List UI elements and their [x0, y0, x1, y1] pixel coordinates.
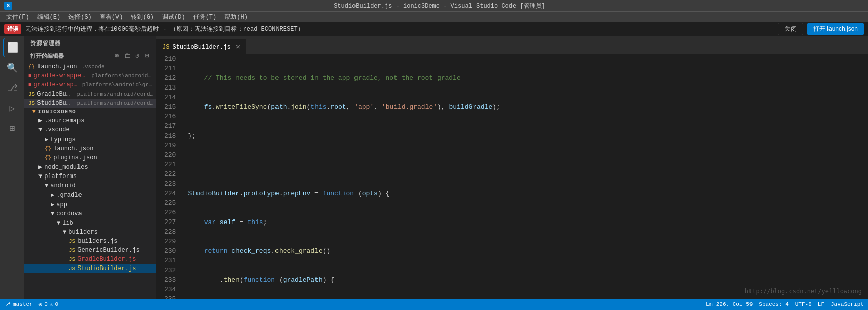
open-editors-title: 打开的编辑器 — [30, 51, 68, 61]
chevron-icon: ▼ — [38, 126, 42, 134]
main-layout: ⬜ 🔍 ⎇ ▷ ⊞ 资源管理器 打开的编辑器 ⊕ 🗀 ↺ ⊟ {} launch… — [0, 36, 868, 299]
menu-help[interactable]: 帮助(H) — [220, 12, 252, 22]
sidebar: 资源管理器 打开的编辑器 ⊕ 🗀 ↺ ⊟ {} launch.json .vsc… — [24, 36, 156, 299]
launch-json-file[interactable]: {} launch.json — [24, 144, 156, 153]
new-file-btn[interactable]: ⊕ — [112, 51, 122, 60]
platforms-folder[interactable]: ▼ platforms — [24, 172, 156, 181]
folder-name: app — [56, 201, 67, 208]
js-file-icon: JS — [28, 100, 35, 106]
status-right: Ln 226, Col 59 Spaces: 4 UTF-8 LF JavaSc… — [706, 301, 864, 307]
file-name: GenericBuilder.js — [77, 247, 139, 254]
code-line-215: var self = this; — [188, 217, 864, 227]
js-icon: JS — [69, 265, 75, 272]
line-col[interactable]: Ln 226, Col 59 — [706, 301, 753, 307]
open-launch-json-button[interactable]: 打开 launch.json — [807, 23, 864, 35]
open-file-name: gradle-wrapper.jar — [34, 81, 78, 88]
error-badge: 错误 — [4, 24, 21, 34]
code-line-214: StudioBuilder.prototype.prepEnv = functi… — [188, 189, 864, 198]
code-line-213 — [188, 160, 864, 169]
code-line-217: .then(function (gradlePath) { — [188, 275, 864, 285]
open-file-gradle-wrapper-jar[interactable]: ■ gradle-wrapper.jar platforms\android\g… — [24, 80, 156, 90]
error-icon: ⊗ — [39, 301, 43, 308]
open-file-path: platforms\android\gradle\wrap... — [91, 73, 154, 79]
debug-activity-icon[interactable]: ▷ — [3, 99, 21, 117]
code-content[interactable]: // This needs to be stored in the app gr… — [184, 54, 868, 299]
open-file-path: platforms\android\gradle\wrapper — [82, 82, 154, 88]
menu-goto[interactable]: 转到(G) — [127, 12, 158, 22]
folder-name: builders — [68, 229, 98, 236]
explorer-activity-icon[interactable]: ⬜ — [3, 38, 21, 57]
tab-label: StudioBuilder.js — [172, 43, 230, 51]
folder-name: platforms — [44, 173, 77, 180]
open-file-path: platforms/android/cordova/lib/builders — [76, 91, 154, 97]
refresh-btn[interactable]: ↺ — [133, 51, 142, 60]
code-editor[interactable]: 210 211 212 213 214 215 216 217 218 219 … — [156, 54, 868, 299]
builders-folder[interactable]: ▼ builders — [24, 228, 156, 237]
warning-icon: ⚠ — [50, 301, 53, 308]
git-activity-icon[interactable]: ⎇ — [3, 79, 21, 97]
open-file-gradle-builder[interactable]: JS GradleBuilder.js platforms/android/co… — [24, 90, 156, 99]
node-modules-folder[interactable]: ▶ node_modules — [24, 162, 156, 172]
open-file-studio-builder[interactable]: JS StudioBuilder.js platforms/android/co… — [24, 99, 156, 108]
open-file-name: gradle-wrapper.properties — [34, 72, 88, 79]
spaces[interactable]: Spaces: 4 — [759, 301, 788, 307]
studio-builder-file[interactable]: JS StudioBuilder.js — [24, 264, 156, 273]
watermark: http://blog.csdn.net/yelllowcong — [745, 288, 862, 295]
menu-task[interactable]: 任务(T) — [189, 12, 221, 22]
chevron-icon: ▼ — [57, 219, 60, 227]
line-ending[interactable]: LF — [818, 301, 824, 307]
vscode-folder[interactable]: ▼ .vscode — [24, 125, 156, 135]
menu-file[interactable]: 文件(F) — [2, 12, 33, 22]
json-file-icon: {} — [28, 64, 35, 70]
git-status[interactable]: ⎇ master — [4, 301, 33, 308]
js-icon: JS — [69, 238, 75, 244]
chevron-icon: ▼ — [51, 210, 54, 217]
project-folder[interactable]: ▼ IONIC3DEMO — [24, 108, 156, 116]
open-file-gradle-wrapper-props[interactable]: ■ gradle-wrapper.properties platforms\an… — [24, 71, 156, 80]
editor-tabs: JS StudioBuilder.js × — [156, 36, 868, 54]
open-file-name: StudioBuilder.js — [37, 100, 72, 107]
close-notification-button[interactable]: 关闭 — [778, 23, 803, 35]
menu-select[interactable]: 选择(S) — [64, 12, 96, 22]
menu-debug[interactable]: 调试(D) — [158, 12, 189, 22]
sourcemaps-folder[interactable]: ▶ .sourcemaps — [24, 116, 156, 125]
language[interactable]: JavaScript — [831, 301, 864, 307]
open-file-path: platforms/android/cordova/lib/builders — [76, 100, 154, 106]
builders-js-file[interactable]: JS builders.js — [24, 237, 156, 246]
open-file-launch-json[interactable]: {} launch.json .vscode — [24, 62, 156, 71]
tab-studio-builder[interactable]: JS StudioBuilder.js × — [156, 39, 246, 54]
encoding[interactable]: UTF-8 — [795, 301, 812, 307]
editor-area: JS StudioBuilder.js × 210 211 212 213 21… — [156, 36, 868, 299]
new-folder-btn[interactable]: 🗀 — [123, 51, 132, 60]
app-folder[interactable]: ▶ app — [24, 200, 156, 209]
open-editors-toolbar: ⊕ 🗀 ↺ ⊟ — [110, 50, 154, 61]
menu-edit[interactable]: 编辑(E) — [33, 12, 65, 22]
typings-folder[interactable]: ▶ typings — [24, 135, 156, 144]
generic-builder-file[interactable]: JS GenericBuilder.js — [24, 246, 156, 255]
android-folder[interactable]: ▼ android — [24, 181, 156, 190]
project-name-label: ▼ — [32, 109, 36, 115]
folder-name: android — [50, 182, 75, 189]
code-line-212: }; — [188, 131, 864, 141]
cordova-folder[interactable]: ▼ cordova — [24, 209, 156, 218]
gradle-folder[interactable]: ▶ .gradle — [24, 190, 156, 200]
chevron-icon: ▶ — [51, 191, 54, 199]
status-bar: ⎇ master ⊗ 0 ⚠ 0 Ln 226, Col 59 Spaces: … — [0, 299, 868, 310]
open-file-path: .vscode — [81, 64, 104, 70]
error-status[interactable]: ⊗ 0 ⚠ 0 — [39, 301, 58, 308]
plugins-json-file[interactable]: {} plugins.json — [24, 153, 156, 162]
file-name: GradleBuilder.js — [77, 256, 136, 263]
tab-close-icon[interactable]: × — [236, 43, 240, 51]
chevron-icon: ▶ — [38, 163, 42, 171]
search-activity-icon[interactable]: 🔍 — [3, 59, 21, 77]
menu-view[interactable]: 查看(V) — [96, 12, 127, 22]
prop-file-icon: ■ — [28, 73, 32, 79]
folder-name: .vscode — [44, 126, 69, 134]
collapse-btn[interactable]: ⊟ — [143, 51, 152, 60]
lib-folder[interactable]: ▼ lib — [24, 218, 156, 228]
code-line-216: return check_reqs.check_gradle() — [188, 246, 864, 256]
open-file-name: launch.json — [37, 63, 77, 70]
git-branch-icon: ⎇ — [4, 301, 11, 308]
gradle-builder-file[interactable]: JS GradleBuilder.js — [24, 255, 156, 264]
extensions-activity-icon[interactable]: ⊞ — [3, 119, 21, 138]
